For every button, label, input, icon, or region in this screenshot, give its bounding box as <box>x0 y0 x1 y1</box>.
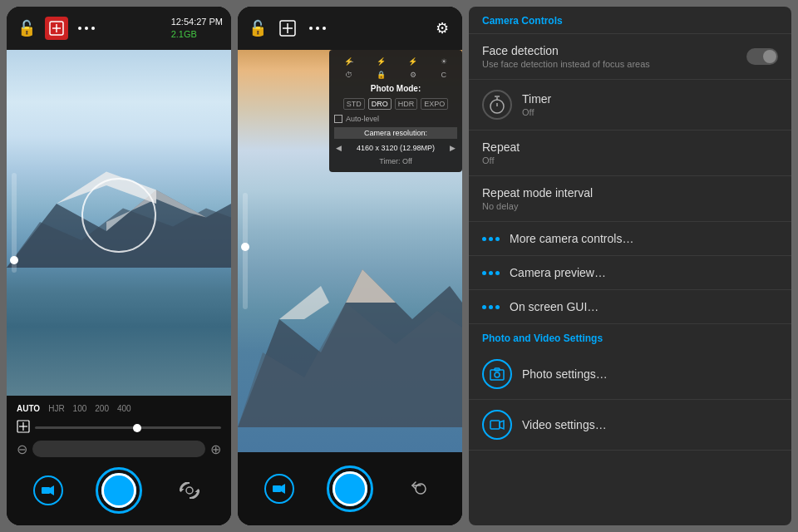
video-settings-title: Video settings… <box>522 418 778 431</box>
face-detection-item[interactable]: Face detection Use face detection instea… <box>469 34 791 80</box>
repeat-subtitle: Off <box>482 155 778 165</box>
iso-400[interactable]: 400 <box>117 404 131 413</box>
svg-rect-36 <box>490 421 500 429</box>
svg-marker-27 <box>281 484 285 494</box>
main-container: 🔓 12:54:27 PM <box>0 0 798 532</box>
svg-point-5 <box>91 27 95 30</box>
phone2-unlock-icon[interactable]: 🔓 <box>246 17 269 40</box>
torch-icon[interactable]: ☀ <box>441 57 447 66</box>
camera-preview-title: Camera preview… <box>510 266 778 279</box>
phone2-capture-button[interactable] <box>327 466 373 512</box>
on-screen-gui-text: On screen GUI… <box>510 300 778 313</box>
flash-auto-icon[interactable]: ⚡ <box>377 57 386 66</box>
more-camera-controls-item[interactable]: More camera controls… <box>469 222 791 256</box>
svg-marker-23 <box>238 303 462 427</box>
svg-marker-25 <box>279 286 329 319</box>
time-display: 12:54:27 PM <box>171 16 223 28</box>
face-detection-toggle[interactable] <box>746 48 778 65</box>
mode-dro[interactable]: DRO <box>368 98 392 110</box>
on-screen-gui-item[interactable]: On screen GUI… <box>469 290 791 324</box>
exposure-adjust-icon[interactable] <box>17 420 30 436</box>
svg-rect-26 <box>273 485 281 492</box>
photo-mode-popup: ⚡̶ ⚡ ⚡ ☀ ⏱ 🔒 ⚙ C Photo Mode: STD DRO HDR… <box>329 50 462 172</box>
popup-modes: STD DRO HDR EXPO <box>334 96 457 112</box>
svg-rect-13 <box>42 487 50 494</box>
controls-panel: Camera Controls Face detection Use face … <box>469 7 791 525</box>
timer-title: Timer <box>522 92 778 106</box>
face-detection-subtitle: Use face detection instead of focus area… <box>482 59 736 69</box>
repeat-interval-item[interactable]: Repeat mode interval No delay <box>469 176 791 222</box>
mode-expo[interactable]: EXPO <box>421 98 448 110</box>
timer-item[interactable]: Timer Off <box>469 80 791 131</box>
photo-video-section-label: Photo and Video Settings <box>469 324 791 349</box>
repeat-text: Repeat Off <box>482 140 778 165</box>
mode-hdr[interactable]: HDR <box>395 98 418 110</box>
more-camera-controls-text: More camera controls… <box>510 232 778 245</box>
video-settings-text: Video settings… <box>522 418 778 431</box>
timer-subtitle: Off <box>522 107 778 117</box>
phone-panel-1: 🔓 12:54:27 PM <box>7 7 231 525</box>
iso-100[interactable]: 100 <box>73 404 87 413</box>
camera-preview-item[interactable]: Camera preview… <box>469 256 791 290</box>
iso-auto[interactable]: AUTO <box>17 404 40 413</box>
color-icon[interactable]: C <box>441 71 446 79</box>
auto-level-label: Auto-level <box>346 115 379 123</box>
camera-preview-text: Camera preview… <box>510 266 778 279</box>
auto-level-row: Auto-level <box>334 112 457 126</box>
zoom-bar[interactable] <box>32 441 205 457</box>
phone2-exposure-icon[interactable] <box>276 17 299 40</box>
iso-row: AUTO HJR 100 200 400 <box>17 402 221 415</box>
side-slider-thumb <box>10 256 18 264</box>
phone1-bottom-bar: AUTO HJR 100 200 400 ⊖ <box>7 396 231 525</box>
more-icon[interactable] <box>75 17 98 40</box>
on-screen-gui-dots-icon <box>482 305 500 309</box>
unlock-icon[interactable]: 🔓 <box>15 17 38 40</box>
repeat-item[interactable]: Repeat Off <box>469 131 791 176</box>
exposure-slider-thumb <box>133 424 141 432</box>
side-slider[interactable] <box>12 173 17 273</box>
phone1-camera-buttons <box>17 462 221 519</box>
phone2-more-icon[interactable] <box>306 17 329 40</box>
zoom-minus-icon[interactable]: ⊖ <box>17 441 27 457</box>
auto-level-checkbox[interactable] <box>334 115 342 123</box>
photo-settings-text: Photo settings… <box>522 367 778 381</box>
exposure-slider[interactable] <box>35 426 221 429</box>
zoom-plus-icon[interactable]: ⊕ <box>210 441 221 457</box>
video-settings-icon <box>482 410 512 440</box>
svg-point-34 <box>495 372 500 377</box>
flash-off-icon[interactable]: ⚡̶ <box>344 57 353 66</box>
phone2-camera-buttons <box>248 459 452 519</box>
phone2-video-button[interactable] <box>264 474 294 504</box>
timer-small-icon[interactable]: ⏱ <box>345 71 352 79</box>
svg-point-21 <box>323 27 326 30</box>
storage-display: 2.1GB <box>171 28 223 41</box>
exposure-icon[interactable] <box>45 17 68 40</box>
iso-200[interactable]: 200 <box>95 404 109 413</box>
svg-point-20 <box>316 27 319 30</box>
capture-button[interactable] <box>96 467 142 514</box>
photo-settings-item[interactable]: Photo settings… <box>469 349 791 400</box>
mode-std[interactable]: STD <box>343 98 365 110</box>
phone2-settings-icon[interactable]: ⚙ <box>431 17 454 40</box>
phone2-switch-camera-button[interactable] <box>406 474 436 504</box>
flash-on-icon[interactable]: ⚡ <box>408 57 417 66</box>
svg-point-4 <box>85 27 88 30</box>
lock-icon[interactable]: 🔒 <box>377 71 386 79</box>
video-button[interactable] <box>33 475 63 505</box>
phone2-capture-inner <box>332 471 367 506</box>
exposure-row <box>17 420 221 436</box>
more-camera-controls-title: More camera controls… <box>510 232 778 245</box>
resolution-section-title: Camera resolution: <box>334 127 457 139</box>
phone2-side-slider[interactable] <box>243 193 248 309</box>
phone1-header-icons: 🔓 <box>15 17 98 40</box>
photo-settings-icon <box>482 359 512 389</box>
video-settings-item[interactable]: Video settings… <box>469 400 791 451</box>
phone2-bottom-bar <box>238 452 462 525</box>
repeat-interval-subtitle: No delay <box>482 201 778 211</box>
controls-header: Camera Controls <box>469 7 791 34</box>
switch-camera-button[interactable] <box>175 475 204 505</box>
phone1-mountain-bg <box>7 50 231 396</box>
timer-value: Timer: Off <box>334 155 457 167</box>
settings-small-icon[interactable]: ⚙ <box>410 71 416 79</box>
iso-hjr[interactable]: HJR <box>48 404 64 413</box>
